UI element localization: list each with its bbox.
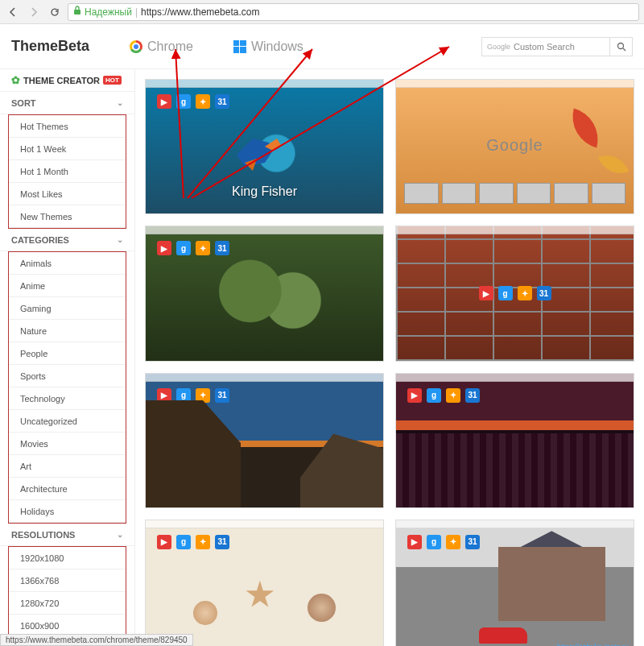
theme-card-yosemite[interactable]: ▶g✦31 (145, 373, 384, 508)
apps-icon: ✦ (196, 535, 210, 549)
shell-illustration (308, 594, 336, 622)
calendar-icon: 31 (215, 388, 229, 403)
category-people[interactable]: People (9, 342, 126, 365)
categories-group: Animals Anime Gaming Nature People Sport… (8, 251, 126, 524)
house-illustration (498, 547, 605, 620)
theme-tabbar (396, 520, 634, 528)
mountain-illustration (300, 433, 383, 507)
google-icon: g (427, 388, 441, 403)
shell-illustration (193, 601, 217, 625)
gear-icon: ✿ (11, 74, 20, 86)
hot-badge: HOT (103, 76, 122, 85)
theme-card-king-fisher[interactable]: ▶g✦31 King Fisher (145, 79, 384, 214)
apps-icon: ✦ (196, 94, 210, 109)
category-anime[interactable]: Anime (9, 275, 126, 297)
calendar-icon: 31 (537, 286, 551, 300)
category-movies[interactable]: Movies (9, 433, 126, 455)
car-illustration (479, 627, 527, 644)
theme-title: King Fisher (146, 184, 383, 199)
tree-illustration (193, 254, 336, 347)
sort-item-new-themes[interactable]: New Themes (9, 205, 126, 228)
nav-windows[interactable]: Windows (233, 39, 303, 54)
category-gaming[interactable]: Gaming (9, 297, 126, 320)
apps-icon: ✦ (446, 535, 460, 549)
theme-tabbar (396, 80, 634, 88)
browser-chrome-bar: Надежный | https://www.themebeta.com (0, 0, 644, 24)
svg-rect-0 (74, 10, 80, 14)
search-input[interactable]: Google Custom Search (481, 37, 610, 56)
category-architecture[interactable]: Architecture (9, 478, 126, 500)
sort-item-hot-themes[interactable]: Hot Themes (9, 115, 126, 138)
apps-icon: ✦ (446, 388, 460, 403)
lock-icon (73, 6, 81, 18)
theme-card-seashells[interactable]: ▶g✦31 (145, 520, 384, 646)
calendar-icon: 31 (215, 94, 229, 109)
category-uncategorized[interactable]: Uncategorized (9, 410, 126, 433)
nav-windows-label: Windows (251, 39, 303, 54)
leaf-icon (598, 149, 629, 180)
theme-tabbar (396, 374, 634, 382)
theme-tabbar (396, 226, 634, 234)
resolution-1366x768[interactable]: 1366x768 (9, 569, 126, 592)
calendar-icon: 31 (215, 535, 229, 549)
speed-dial-thumbnails (404, 183, 625, 204)
apps-icon: ✦ (518, 286, 532, 300)
search-icon (617, 42, 626, 52)
resolutions-header[interactable]: RESOLUTIONS ⌄ (0, 524, 134, 546)
search-button[interactable] (610, 37, 633, 56)
category-holidays[interactable]: Holidays (9, 500, 126, 523)
sort-item-hot-1-month[interactable]: Hot 1 Month (9, 160, 126, 183)
svg-line-2 (623, 48, 625, 51)
address-bar[interactable]: Надежный | https://www.themebeta.com (68, 3, 639, 21)
category-art[interactable]: Art (9, 455, 126, 478)
category-animals[interactable]: Animals (9, 252, 126, 275)
chevron-down-icon: ⌄ (117, 235, 123, 244)
svg-point-1 (617, 43, 623, 48)
theme-tabbar (146, 80, 383, 88)
chevron-down-icon: ⌄ (117, 530, 123, 539)
google-icon: g (498, 286, 513, 300)
windows-icon (233, 40, 246, 53)
secure-label: Надежный (85, 6, 132, 18)
calendar-icon: 31 (465, 388, 480, 403)
categories-header[interactable]: CATEGORIES ⌄ (0, 229, 134, 251)
theme-card-forest[interactable]: ▶g✦31 (145, 226, 384, 361)
search-placeholder: Custom Search (514, 42, 575, 52)
theme-tabbar (146, 226, 383, 234)
url-text: https://www.themebeta.com (141, 6, 259, 18)
google-logo: Google (486, 136, 543, 155)
theme-card-autumn-google[interactable]: Google (395, 79, 634, 214)
sort-header[interactable]: SORT ⌄ (0, 92, 134, 114)
youtube-icon: ▶ (157, 241, 171, 255)
nav-chrome[interactable]: Chrome (130, 39, 193, 54)
google-icon: g (176, 241, 191, 255)
category-nature[interactable]: Nature (9, 320, 126, 342)
theme-creator-link[interactable]: ✿ THEME CREATOR HOT (0, 69, 134, 92)
resolution-1920x1080[interactable]: 1920x1080 (9, 547, 126, 569)
theme-card-sunset-field[interactable]: ▶g✦31 (395, 373, 634, 508)
mountain-illustration (146, 400, 241, 507)
resolutions-group: 1920x1080 1366x768 1280x720 1600x900 (8, 546, 126, 638)
google-icon: g (427, 535, 441, 549)
youtube-icon: ▶ (157, 535, 171, 549)
site-logo[interactable]: ThemeBeta (11, 38, 89, 55)
theme-card-bricks[interactable]: ▶g✦31 (395, 226, 634, 361)
resolution-1280x720[interactable]: 1280x720 (9, 592, 126, 615)
sort-item-hot-1-week[interactable]: Hot 1 Week (9, 138, 126, 160)
chrome-icon (130, 40, 142, 53)
site-header: ThemeBeta Chrome Windows Google Custom S… (0, 24, 644, 69)
google-brand-icon: Google (487, 43, 510, 51)
starfish-illustration (246, 581, 275, 610)
theme-card-house-car[interactable]: ▶g✦31 https://azbuka-ineta.ru (395, 520, 634, 646)
field-illustration (396, 433, 634, 507)
category-technology[interactable]: Technology (9, 387, 126, 410)
theme-grid: ▶g✦31 King Fisher Google ▶g✦31 ▶g✦31 ▶g✦… (135, 69, 644, 646)
sort-group: Hot Themes Hot 1 Week Hot 1 Month Most L… (8, 114, 126, 229)
back-button[interactable] (5, 4, 21, 20)
youtube-icon: ▶ (479, 286, 493, 300)
forward-button[interactable] (26, 4, 42, 20)
sort-item-most-likes[interactable]: Most Likes (9, 183, 126, 205)
theme-tabbar (146, 520, 383, 528)
reload-button[interactable] (47, 4, 63, 20)
category-sports[interactable]: Sports (9, 365, 126, 387)
